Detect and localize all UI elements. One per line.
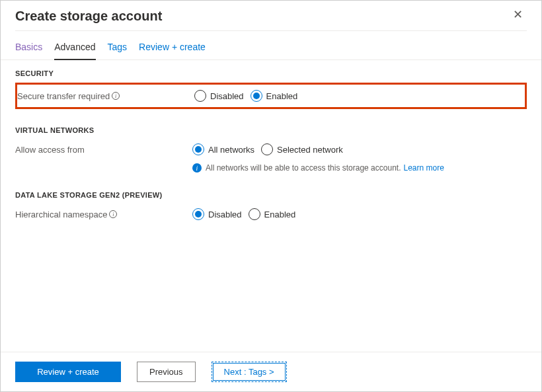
radio-label: Disabled (208, 210, 242, 219)
info-icon[interactable]: i (112, 92, 120, 100)
radio-label: Disabled (210, 91, 244, 101)
tab-advanced[interactable]: Advanced (54, 42, 95, 60)
page-title: Create storage account (15, 9, 162, 24)
allow-access-hint: i All networks will be able to access th… (192, 163, 527, 173)
secure-transfer-highlight: Secure transfer required i Disabled Enab… (15, 83, 527, 109)
hint-text: All networks will be able to access this… (206, 163, 401, 173)
radio-label: All networks (208, 145, 254, 155)
secure-transfer-disabled-radio[interactable]: Disabled (194, 90, 244, 102)
info-icon: i (192, 163, 202, 173)
previous-button[interactable]: Previous (137, 362, 196, 382)
info-icon[interactable]: i (109, 210, 117, 218)
tab-basics[interactable]: Basics (15, 42, 42, 60)
hns-enabled-radio[interactable]: Enabled (249, 208, 296, 220)
allow-access-label: Allow access from (15, 145, 85, 155)
allow-access-all-radio[interactable]: All networks (192, 143, 254, 155)
hns-disabled-radio[interactable]: Disabled (192, 208, 242, 220)
radio-icon (192, 208, 204, 220)
section-security-title: SECURITY (15, 69, 527, 77)
radio-icon (194, 90, 206, 102)
close-icon[interactable]: ✕ (509, 9, 527, 20)
radio-icon (251, 90, 262, 102)
footer: Review + create Previous Next : Tags > (1, 352, 541, 391)
learn-more-link[interactable]: Learn more (403, 163, 444, 173)
radio-icon (192, 143, 204, 155)
allow-access-selected-radio[interactable]: Selected network (261, 143, 343, 155)
radio-label: Enabled (266, 91, 298, 101)
secure-transfer-label: Secure transfer required (17, 91, 110, 101)
secure-transfer-enabled-radio[interactable]: Enabled (251, 90, 298, 102)
next-button[interactable]: Next : Tags > (212, 362, 287, 382)
tabs: Basics Advanced Tags Review + create (1, 31, 541, 60)
review-create-button[interactable]: Review + create (15, 362, 121, 382)
radio-label: Enabled (264, 210, 296, 219)
radio-icon (249, 208, 260, 220)
radio-icon (261, 143, 273, 155)
section-datalake-title: DATA LAKE STORAGE GEN2 (PREVIEW) (15, 191, 527, 199)
tab-review[interactable]: Review + create (139, 42, 206, 60)
tab-tags[interactable]: Tags (108, 42, 128, 60)
radio-label: Selected network (277, 145, 343, 155)
section-vnet-title: VIRTUAL NETWORKS (15, 126, 527, 134)
hns-label: Hierarchical namespace (15, 210, 107, 219)
